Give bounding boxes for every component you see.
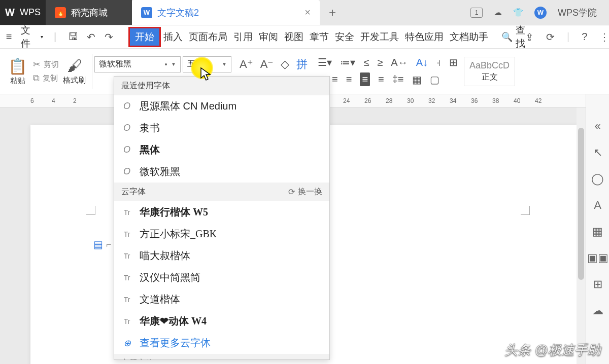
divider-icon: |	[49, 30, 61, 44]
menu-tab-view[interactable]: 视图	[282, 28, 306, 46]
menu-search[interactable]: 🔍 查找	[501, 24, 525, 50]
chevron-down-icon: ▼	[222, 61, 227, 67]
sync-icon[interactable]: ⟳	[546, 31, 555, 43]
font-type-icon: O	[121, 123, 132, 133]
caret-icon: ⌐	[106, 239, 112, 250]
cloud-tool-icon[interactable]: ☁	[592, 304, 603, 317]
menu-tab-doc-assistant[interactable]: 文档助手	[448, 28, 490, 46]
style-normal[interactable]: AaBbCcD 正文	[464, 57, 515, 86]
expand-panel-icon[interactable]: «	[594, 120, 600, 133]
swap-fonts-button[interactable]: ⟳换一换	[288, 187, 322, 197]
border-style-icon[interactable]: ▢	[430, 74, 439, 86]
sort-icon[interactable]: A↓	[416, 57, 428, 68]
bullets-icon[interactable]: ☰▾	[318, 56, 332, 68]
paste-button[interactable]: 📋 粘贴	[8, 57, 27, 86]
tabs-icon[interactable]: ⫞	[436, 57, 441, 68]
font-option[interactable]: O思源黑体 CN Medium	[114, 95, 329, 117]
paragraph-tools: ☰▾ ≔▾ ≤ ≥ A↔ A↓ ⫞ ⊞ ≡ ≡ ≡ ≡ ≡ ‡≡ ▦ ▢	[318, 56, 458, 86]
menu-tab-security[interactable]: 安全	[333, 28, 356, 46]
more-cloud-fonts-link[interactable]: ⊕查看更多云字体	[114, 332, 329, 354]
font-size-combobox[interactable]: 五号 ▼	[183, 56, 231, 72]
font-option[interactable]: O黑体	[114, 139, 329, 161]
font-option[interactable]: Tr文道楷体	[114, 288, 329, 310]
font-option[interactable]: O隶书	[114, 117, 329, 139]
menu-tabs: 开始 插入 页面布局 引用 审阅 视图 章节 安全 开发工具 特色应用 文档助手…	[130, 24, 525, 50]
new-tab-button[interactable]: +	[320, 0, 345, 25]
scrollbar-thumb[interactable]	[578, 128, 584, 280]
phonetic-guide-icon[interactable]: 拼	[296, 57, 308, 72]
tab-document-active[interactable]: W 文字文稿2 ×	[132, 0, 320, 25]
font-dropdown[interactable]: 最近使用字体 O思源黑体 CN Medium O隶书 O黑体 O微软雅黑 云字体…	[114, 76, 330, 360]
menu-tab-reference[interactable]: 引用	[231, 28, 255, 46]
chevron-down-icon: ▼	[171, 61, 176, 67]
close-tab-icon[interactable]: ×	[304, 7, 311, 18]
hamburger-icon[interactable]: ≡	[3, 30, 15, 44]
tab-store[interactable]: 🔥 稻壳商城	[46, 0, 132, 25]
apps-icon[interactable]: ▣▣	[587, 251, 608, 265]
align-center-icon[interactable]: ≡	[332, 74, 338, 85]
menu-tab-insert[interactable]: 插入	[161, 28, 185, 46]
select-tool-icon[interactable]: ↖	[593, 146, 602, 159]
font-option[interactable]: Tr喵大叔楷体	[114, 245, 329, 267]
decrease-indent-icon[interactable]: ≤	[363, 57, 369, 68]
redo-icon[interactable]: ↷	[103, 30, 115, 44]
grow-font-icon[interactable]: A⁺	[240, 58, 253, 71]
tab-wps-home[interactable]: W WPS	[0, 0, 46, 25]
font-option[interactable]: Tr方正小标宋_GBK	[114, 223, 329, 245]
cloud-sync-icon[interactable]: ☁	[494, 8, 502, 17]
clear-format-icon[interactable]: ◇	[281, 58, 289, 71]
style-preview: AaBbCcD	[469, 60, 510, 71]
ribbon-format-painter[interactable]: 🖌 格式刷	[59, 49, 90, 94]
numbering-icon[interactable]: ≔▾	[340, 56, 355, 68]
ribbon-paste-group: 📋 粘贴	[4, 49, 31, 94]
cut-button[interactable]: ✂剪切	[33, 59, 59, 70]
increase-indent-icon[interactable]: ≥	[377, 57, 383, 68]
menu-tab-page-layout[interactable]: 页面布局	[187, 28, 229, 46]
title-bar-right: 1 ☁ 👕 W WPS学院	[470, 0, 609, 25]
truetype-icon: Tr	[121, 317, 132, 325]
title-bar: W WPS 🔥 稻壳商城 W 文字文稿2 × + 1 ☁ 👕 W WPS学院	[0, 0, 609, 25]
menu-tab-start[interactable]: 开始	[130, 28, 159, 46]
shrink-font-icon[interactable]: A⁻	[260, 58, 274, 71]
undo-icon[interactable]: ↶	[85, 30, 97, 44]
wps-badge-icon[interactable]: W	[534, 7, 547, 19]
align-justify-icon[interactable]: ≡	[360, 72, 370, 86]
font-option[interactable]: Tr华康❤动体 W4	[114, 310, 329, 332]
tab-doc-label: 文字文稿2	[157, 7, 199, 19]
copy-button[interactable]: ⧉复制	[33, 73, 59, 84]
text-tool-icon[interactable]: A	[594, 199, 601, 212]
more-icon[interactable]: ⋮	[599, 31, 609, 43]
font-option[interactable]: Tr汉仪中简黑简	[114, 267, 329, 288]
char-scale-icon[interactable]: A↔	[391, 57, 408, 68]
page-indicator[interactable]: 1	[470, 8, 483, 18]
font-option[interactable]: O微软雅黑	[114, 161, 329, 183]
menu-tab-review[interactable]: 审阅	[257, 28, 280, 46]
font-name-combobox[interactable]: 微软雅黑 ▼	[94, 56, 181, 72]
line-spacing-icon[interactable]: ‡≡	[392, 74, 404, 85]
shapes-icon[interactable]: ◯	[591, 172, 604, 186]
help-icon[interactable]: ?	[582, 31, 587, 43]
scrollbar-vertical[interactable]	[577, 107, 586, 364]
menu-tab-special-apps[interactable]: 特色应用	[403, 28, 446, 46]
menu-tab-devtools[interactable]: 开发工具	[358, 28, 401, 46]
save-icon[interactable]: 🖫	[67, 30, 79, 44]
style-name: 正文	[469, 72, 510, 83]
menu-tab-section[interactable]: 章节	[308, 28, 331, 46]
borders-icon[interactable]: ⊞	[449, 56, 458, 68]
margin-mark-icon	[86, 206, 95, 215]
font-option[interactable]: Tr华康行楷体 W5	[114, 201, 329, 223]
align-right-icon[interactable]: ≡	[346, 74, 352, 85]
share-icon[interactable]: ⇪	[525, 31, 534, 43]
search-icon: 🔍	[501, 31, 513, 43]
menu-right-cluster: ⇪ ⟳ | ? ⋮ ︿	[525, 30, 609, 44]
cloud-plus-icon: ⊕	[121, 338, 132, 349]
shirt-icon[interactable]: 👕	[513, 8, 523, 17]
settings-icon[interactable]: ⊞	[593, 278, 602, 291]
file-menu[interactable]: 文件▾	[21, 24, 43, 50]
align-distribute-icon[interactable]: ≡	[378, 74, 384, 85]
shading-icon[interactable]: ▦	[412, 74, 422, 86]
tab-wps-label: WPS	[20, 7, 41, 18]
table-tool-icon[interactable]: ▦	[592, 225, 603, 238]
wps-logo-icon: W	[5, 7, 15, 18]
wps-college-link[interactable]: WPS学院	[558, 7, 597, 19]
